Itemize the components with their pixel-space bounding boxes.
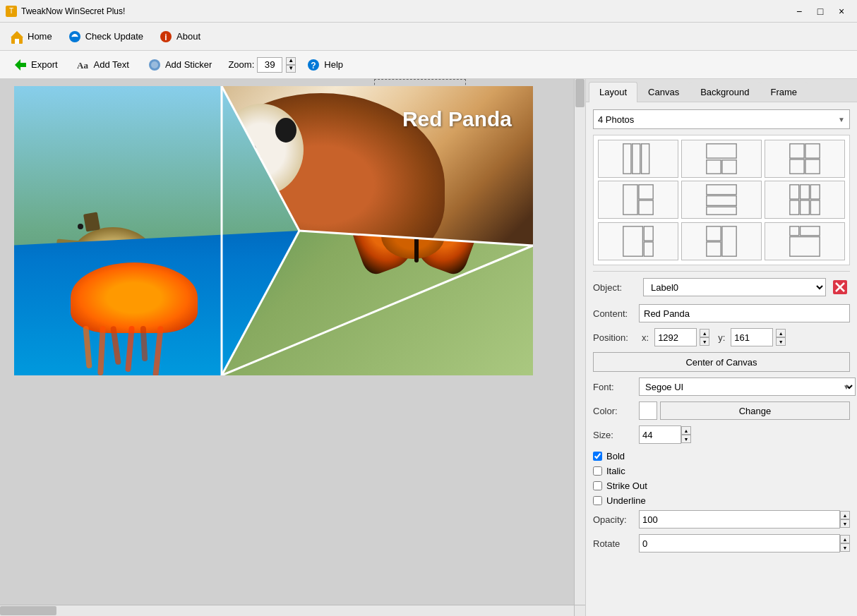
layout-2-icon xyxy=(684,143,759,175)
add-sticker-button[interactable]: Add Sticker xyxy=(140,54,220,76)
layout-option-9[interactable] xyxy=(765,222,845,260)
change-color-button[interactable]: Change xyxy=(660,401,850,420)
layout-dropdown-label: 4 Photos xyxy=(598,114,634,125)
pos-x-up[interactable]: ▲ xyxy=(700,329,709,337)
layout-option-7[interactable] xyxy=(598,222,678,260)
object-row: Object: Label0 xyxy=(593,277,850,297)
svg-rect-32 xyxy=(707,196,736,206)
add-sticker-label: Add Sticker xyxy=(165,59,212,70)
color-swatch[interactable] xyxy=(639,401,657,420)
layout-3-icon xyxy=(767,143,842,175)
svg-rect-19 xyxy=(633,144,640,174)
layout-option-4[interactable] xyxy=(598,181,678,219)
bold-row: Bold xyxy=(593,451,850,461)
home-icon xyxy=(10,30,24,44)
add-text-label: Add Text xyxy=(94,59,129,70)
update-icon xyxy=(68,30,82,44)
underline-checkbox[interactable] xyxy=(593,496,602,505)
svg-rect-46 xyxy=(790,226,799,235)
pos-x-input[interactable] xyxy=(654,328,697,346)
pos-x-down[interactable]: ▼ xyxy=(700,337,709,346)
layout-option-3[interactable] xyxy=(765,140,845,178)
layout-dropdown[interactable]: 4 Photos ▼ xyxy=(593,109,850,129)
layout-option-2[interactable] xyxy=(681,140,762,178)
svg-rect-35 xyxy=(801,185,810,199)
export-button[interactable]: Export xyxy=(6,54,66,76)
svg-point-10 xyxy=(151,61,158,68)
menu-about[interactable]: i About xyxy=(152,26,208,47)
scroll-thumb-v[interactable] xyxy=(575,79,585,107)
layout-option-8[interactable] xyxy=(681,222,762,260)
content-input[interactable] xyxy=(639,304,850,322)
pos-y-input[interactable] xyxy=(731,328,773,346)
opacity-input[interactable] xyxy=(639,510,840,529)
canvas-area[interactable]: Red Panda xyxy=(0,79,585,616)
svg-text:?: ? xyxy=(311,61,316,71)
close-button[interactable]: × xyxy=(832,3,851,20)
menu-home[interactable]: Home xyxy=(3,26,59,47)
svg-rect-28 xyxy=(623,185,637,215)
svg-rect-18 xyxy=(623,144,631,174)
app-title: TweakNow WinSecret Plus! xyxy=(21,6,125,16)
opacity-row: Opacity: ▲ ▼ xyxy=(593,510,850,529)
size-down[interactable]: ▼ xyxy=(681,435,691,443)
rotate-down[interactable]: ▼ xyxy=(840,543,850,552)
size-row: Size: ▲ ▼ xyxy=(593,425,850,444)
opacity-down[interactable]: ▼ xyxy=(840,519,850,528)
pos-y-up[interactable]: ▲ xyxy=(776,329,786,337)
pos-y-down[interactable]: ▼ xyxy=(776,337,786,346)
italic-row: Italic xyxy=(593,466,850,476)
canvas-scrollbar-vertical[interactable] xyxy=(574,79,585,605)
bold-label: Bold xyxy=(606,451,625,461)
color-label: Color: xyxy=(593,406,639,416)
zoom-input[interactable] xyxy=(257,57,282,73)
underline-row: Underline xyxy=(593,495,850,506)
position-row: Position: x: ▲ ▼ y: ▲ ▼ xyxy=(593,328,850,346)
panel: Layout Canvas Background Frame 4 Photos … xyxy=(585,79,857,616)
svg-rect-24 xyxy=(790,144,804,158)
opacity-up[interactable]: ▲ xyxy=(840,511,850,519)
zoom-up-button[interactable]: ▲ xyxy=(286,57,296,65)
help-button[interactable]: ? Help xyxy=(299,54,351,76)
size-up[interactable]: ▲ xyxy=(681,426,691,435)
maximize-button[interactable]: □ xyxy=(810,3,830,20)
layout-9-icon xyxy=(767,225,842,258)
minimize-button[interactable]: − xyxy=(789,3,809,20)
object-select[interactable]: Label0 xyxy=(643,278,826,296)
center-canvas-button[interactable]: Center of Canvas xyxy=(593,352,850,372)
delete-icon xyxy=(832,279,848,295)
size-input[interactable] xyxy=(639,425,681,444)
layout-option-5[interactable] xyxy=(681,181,762,219)
tab-frame-label: Frame xyxy=(771,87,798,97)
rotate-input[interactable] xyxy=(639,534,840,552)
tab-frame[interactable]: Frame xyxy=(760,82,808,102)
photo-collage[interactable]: Red Panda xyxy=(14,86,533,375)
svg-rect-43 xyxy=(707,226,721,240)
opacity-label: Opacity: xyxy=(593,514,639,525)
help-label: Help xyxy=(324,59,343,70)
bold-checkbox[interactable] xyxy=(593,452,602,461)
zoom-down-button[interactable]: ▼ xyxy=(286,65,296,73)
menu-home-label: Home xyxy=(28,31,52,42)
layout-grid[interactable] xyxy=(593,135,850,265)
object-delete-button[interactable] xyxy=(830,277,850,297)
layout-option-1[interactable] xyxy=(598,140,678,178)
layout-option-6[interactable] xyxy=(765,181,845,219)
color-row: Color: Change xyxy=(593,401,850,420)
canvas-scrollbar-horizontal[interactable] xyxy=(0,605,574,616)
titlebar: T TweakNow WinSecret Plus! − □ × xyxy=(0,0,857,23)
add-text-button[interactable]: Aa Add Text xyxy=(68,54,137,76)
font-select[interactable]: Segoe UI xyxy=(639,378,856,396)
scroll-thumb-h[interactable] xyxy=(0,606,56,615)
svg-rect-20 xyxy=(642,144,649,174)
rotate-up[interactable]: ▲ xyxy=(840,535,850,543)
italic-label: Italic xyxy=(606,466,625,476)
tab-background[interactable]: Background xyxy=(690,82,760,102)
menu-check-update[interactable]: Check Update xyxy=(61,26,150,47)
tab-layout[interactable]: Layout xyxy=(589,82,637,102)
italic-checkbox[interactable] xyxy=(593,466,602,476)
svg-rect-31 xyxy=(707,185,736,195)
tab-canvas[interactable]: Canvas xyxy=(637,82,690,102)
strikeout-checkbox[interactable] xyxy=(593,481,602,490)
dropdown-arrow-icon: ▼ xyxy=(838,116,845,123)
